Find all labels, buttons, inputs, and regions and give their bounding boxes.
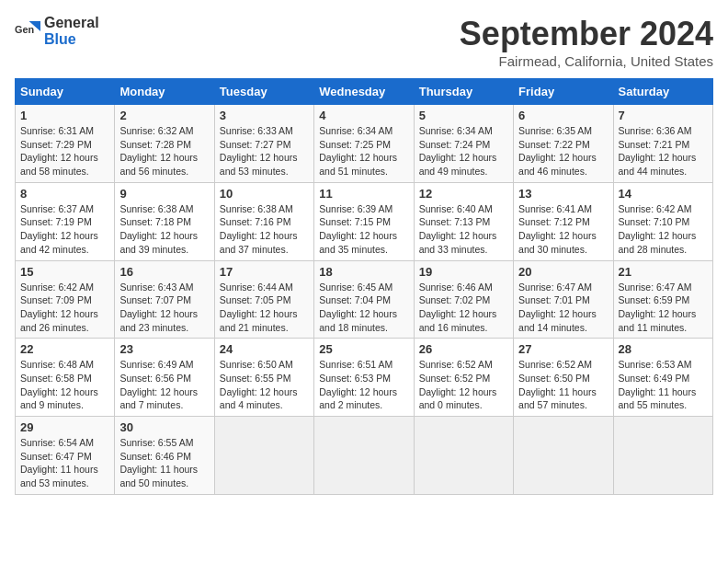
- calendar-day-cell: 26 Sunrise: 6:52 AM Sunset: 6:52 PM Dayl…: [414, 339, 513, 417]
- day-detail: Sunrise: 6:43 AM Sunset: 7:07 PM Dayligh…: [119, 281, 209, 335]
- day-number: 10: [220, 187, 309, 201]
- calendar-header-row: SundayMondayTuesdayWednesdayThursdayFrid…: [16, 79, 713, 105]
- day-detail: Sunrise: 6:48 AM Sunset: 6:58 PM Dayligh…: [20, 358, 109, 412]
- day-detail: Sunrise: 6:39 AM Sunset: 7:15 PM Dayligh…: [319, 202, 408, 257]
- day-number: 3: [220, 109, 309, 122]
- day-number: 7: [619, 109, 708, 122]
- day-detail: Sunrise: 6:34 AM Sunset: 7:25 PM Dayligh…: [319, 124, 408, 178]
- day-detail: Sunrise: 6:53 AM Sunset: 6:49 PM Dayligh…: [619, 358, 708, 412]
- calendar-day-cell: 1 Sunrise: 6:31 AM Sunset: 7:29 PM Dayli…: [16, 105, 115, 183]
- day-header-wednesday: Wednesday: [314, 79, 414, 105]
- calendar-day-cell: 8 Sunrise: 6:37 AM Sunset: 7:19 PM Dayli…: [16, 182, 115, 260]
- day-detail: Sunrise: 6:47 AM Sunset: 7:01 PM Dayligh…: [518, 281, 608, 335]
- calendar-day-cell: 7 Sunrise: 6:36 AM Sunset: 7:21 PM Dayli…: [613, 105, 712, 183]
- calendar-day-cell: 20 Sunrise: 6:47 AM Sunset: 7:01 PM Dayl…: [514, 260, 613, 339]
- day-number: 12: [419, 187, 508, 201]
- day-number: 26: [419, 342, 508, 356]
- day-number: 4: [319, 109, 408, 122]
- calendar-day-cell: 17 Sunrise: 6:44 AM Sunset: 7:05 PM Dayl…: [214, 260, 313, 339]
- calendar-day-cell: [514, 417, 613, 495]
- calendar-day-cell: 13 Sunrise: 6:41 AM Sunset: 7:12 PM Dayl…: [514, 182, 613, 260]
- calendar-day-cell: [214, 417, 313, 495]
- day-detail: Sunrise: 6:31 AM Sunset: 7:29 PM Dayligh…: [20, 124, 109, 178]
- calendar-day-cell: 5 Sunrise: 6:34 AM Sunset: 7:24 PM Dayli…: [414, 105, 513, 183]
- calendar-day-cell: 24 Sunrise: 6:50 AM Sunset: 6:55 PM Dayl…: [214, 339, 313, 417]
- svg-text:Gen: Gen: [15, 23, 34, 34]
- day-detail: Sunrise: 6:46 AM Sunset: 7:02 PM Dayligh…: [419, 281, 508, 335]
- calendar-day-cell: [414, 417, 513, 495]
- calendar-day-cell: 23 Sunrise: 6:49 AM Sunset: 6:56 PM Dayl…: [115, 339, 214, 417]
- location-title: Fairmead, California, United States: [460, 53, 713, 69]
- day-number: 9: [119, 187, 209, 201]
- day-detail: Sunrise: 6:40 AM Sunset: 7:13 PM Dayligh…: [419, 202, 508, 257]
- day-number: 1: [20, 109, 109, 122]
- day-detail: Sunrise: 6:32 AM Sunset: 7:28 PM Dayligh…: [119, 124, 209, 178]
- day-number: 16: [119, 265, 209, 279]
- calendar-day-cell: 10 Sunrise: 6:38 AM Sunset: 7:16 PM Dayl…: [214, 182, 313, 260]
- calendar-day-cell: 21 Sunrise: 6:47 AM Sunset: 6:59 PM Dayl…: [613, 260, 712, 339]
- day-number: 25: [319, 342, 408, 356]
- day-number: 21: [619, 265, 708, 279]
- calendar-day-cell: 3 Sunrise: 6:33 AM Sunset: 7:27 PM Dayli…: [214, 105, 313, 183]
- calendar-day-cell: 6 Sunrise: 6:35 AM Sunset: 7:22 PM Dayli…: [514, 105, 613, 183]
- day-header-sunday: Sunday: [16, 79, 115, 105]
- day-number: 30: [119, 420, 209, 434]
- day-detail: Sunrise: 6:55 AM Sunset: 6:46 PM Dayligh…: [119, 436, 209, 490]
- calendar-table: SundayMondayTuesdayWednesdayThursdayFrid…: [15, 78, 713, 495]
- day-number: 14: [619, 187, 708, 201]
- calendar-day-cell: 22 Sunrise: 6:48 AM Sunset: 6:58 PM Dayl…: [16, 339, 115, 417]
- calendar-day-cell: 14 Sunrise: 6:42 AM Sunset: 7:10 PM Dayl…: [613, 182, 712, 260]
- day-number: 15: [20, 265, 109, 279]
- day-detail: Sunrise: 6:44 AM Sunset: 7:05 PM Dayligh…: [220, 281, 309, 335]
- day-detail: Sunrise: 6:38 AM Sunset: 7:16 PM Dayligh…: [220, 202, 309, 257]
- day-header-saturday: Saturday: [613, 79, 712, 105]
- calendar-day-cell: 25 Sunrise: 6:51 AM Sunset: 6:53 PM Dayl…: [314, 339, 414, 417]
- logo-general-text: General: [44, 15, 99, 31]
- calendar-day-cell: 4 Sunrise: 6:34 AM Sunset: 7:25 PM Dayli…: [314, 105, 414, 183]
- calendar-title-area: September 2024 Fairmead, California, Uni…: [460, 15, 713, 69]
- day-number: 13: [518, 187, 608, 201]
- day-number: 19: [419, 265, 508, 279]
- day-detail: Sunrise: 6:41 AM Sunset: 7:12 PM Dayligh…: [518, 202, 608, 257]
- day-detail: Sunrise: 6:51 AM Sunset: 6:53 PM Dayligh…: [319, 358, 408, 412]
- day-detail: Sunrise: 6:37 AM Sunset: 7:19 PM Dayligh…: [20, 202, 109, 257]
- calendar-day-cell: 9 Sunrise: 6:38 AM Sunset: 7:18 PM Dayli…: [115, 182, 214, 260]
- calendar-day-cell: 16 Sunrise: 6:43 AM Sunset: 7:07 PM Dayl…: [115, 260, 214, 339]
- calendar-day-cell: 19 Sunrise: 6:46 AM Sunset: 7:02 PM Dayl…: [414, 260, 513, 339]
- day-detail: Sunrise: 6:52 AM Sunset: 6:50 PM Dayligh…: [518, 358, 608, 412]
- calendar-week-4: 22 Sunrise: 6:48 AM Sunset: 6:58 PM Dayl…: [16, 339, 713, 417]
- day-detail: Sunrise: 6:47 AM Sunset: 6:59 PM Dayligh…: [619, 281, 708, 335]
- calendar-day-cell: 29 Sunrise: 6:54 AM Sunset: 6:47 PM Dayl…: [16, 417, 115, 495]
- page-header: Gen General Blue September 2024 Fairmead…: [15, 15, 713, 69]
- month-title: September 2024: [460, 15, 713, 53]
- logo-icon: Gen: [15, 18, 40, 44]
- day-header-thursday: Thursday: [414, 79, 513, 105]
- calendar-day-cell: 2 Sunrise: 6:32 AM Sunset: 7:28 PM Dayli…: [115, 105, 214, 183]
- day-number: 20: [518, 265, 608, 279]
- day-number: 28: [619, 342, 708, 356]
- calendar-week-3: 15 Sunrise: 6:42 AM Sunset: 7:09 PM Dayl…: [16, 260, 713, 339]
- day-detail: Sunrise: 6:49 AM Sunset: 6:56 PM Dayligh…: [119, 358, 209, 412]
- day-number: 29: [20, 420, 109, 434]
- day-number: 17: [220, 265, 309, 279]
- calendar-day-cell: 15 Sunrise: 6:42 AM Sunset: 7:09 PM Dayl…: [16, 260, 115, 339]
- day-number: 23: [119, 342, 209, 356]
- day-detail: Sunrise: 6:38 AM Sunset: 7:18 PM Dayligh…: [119, 202, 209, 257]
- calendar-day-cell: 28 Sunrise: 6:53 AM Sunset: 6:49 PM Dayl…: [613, 339, 712, 417]
- calendar-week-1: 1 Sunrise: 6:31 AM Sunset: 7:29 PM Dayli…: [16, 105, 713, 183]
- day-header-tuesday: Tuesday: [214, 79, 313, 105]
- day-detail: Sunrise: 6:34 AM Sunset: 7:24 PM Dayligh…: [419, 124, 508, 178]
- day-number: 5: [419, 109, 508, 122]
- day-number: 24: [220, 342, 309, 356]
- calendar-day-cell: 12 Sunrise: 6:40 AM Sunset: 7:13 PM Dayl…: [414, 182, 513, 260]
- day-number: 27: [518, 342, 608, 356]
- calendar-day-cell: [314, 417, 414, 495]
- day-header-friday: Friday: [514, 79, 613, 105]
- day-detail: Sunrise: 6:52 AM Sunset: 6:52 PM Dayligh…: [419, 358, 508, 412]
- logo-blue-text: Blue: [44, 31, 99, 48]
- day-detail: Sunrise: 6:36 AM Sunset: 7:21 PM Dayligh…: [619, 124, 708, 178]
- calendar-day-cell: [613, 417, 712, 495]
- calendar-day-cell: 30 Sunrise: 6:55 AM Sunset: 6:46 PM Dayl…: [115, 417, 214, 495]
- day-number: 2: [119, 109, 209, 122]
- day-number: 6: [518, 109, 608, 122]
